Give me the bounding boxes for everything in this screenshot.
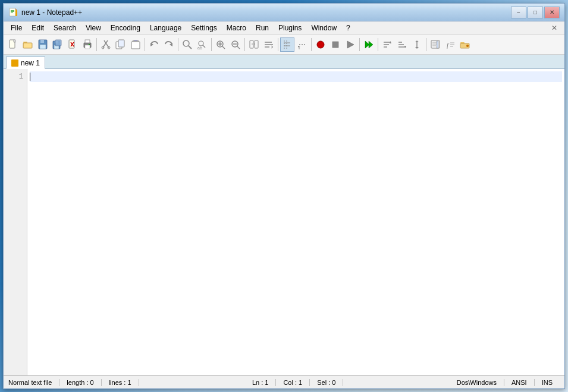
app-icon <box>8 8 18 17</box>
toolbar-new[interactable] <box>6 37 20 52</box>
status-ins: INS <box>542 379 560 386</box>
menu-plugins[interactable]: Plugins <box>274 23 306 33</box>
toolbar-doc-map[interactable] <box>428 37 443 52</box>
toolbar-zoom-in[interactable] <box>214 37 228 52</box>
toolbar-zoom-out[interactable] <box>228 37 243 52</box>
svg-text:ƒ: ƒ <box>446 41 450 49</box>
svg-point-24 <box>89 44 90 45</box>
toolbar-word-wrap[interactable] <box>262 37 276 52</box>
toolbar-redo[interactable] <box>162 37 176 52</box>
tab-new1[interactable]: new 1 <box>6 57 45 69</box>
toolbar-sort-asc[interactable] <box>380 37 394 52</box>
status-lines: lines : 1 <box>109 379 139 386</box>
menu-settings[interactable]: Settings <box>186 23 221 33</box>
menu-language[interactable]: Language <box>145 23 186 33</box>
svg-line-39 <box>203 45 205 48</box>
status-bar: Normal text file length : 0 lines : 1 Ln… <box>4 375 564 388</box>
svg-line-47 <box>237 46 240 49</box>
menu-bar: File Edit Search View Encoding Language … <box>4 21 564 35</box>
menu-edit[interactable]: Edit <box>27 23 49 33</box>
svg-rect-32 <box>131 42 140 49</box>
svg-rect-82 <box>437 41 438 48</box>
menu-run[interactable]: Run <box>251 23 274 33</box>
menu-encoding[interactable]: Encoding <box>106 23 145 33</box>
svg-rect-0 <box>10 8 15 16</box>
svg-rect-30 <box>118 40 124 47</box>
line-numbers: 1 <box>4 69 27 375</box>
window-controls: − □ ✕ <box>511 7 560 18</box>
status-ln: Ln : 1 <box>252 379 277 386</box>
toolbar-save[interactable] <box>36 37 50 52</box>
toolbar-move-sel[interactable] <box>410 37 424 52</box>
toolbar-macro-stop[interactable] <box>328 37 343 52</box>
toolbar-open[interactable] <box>21 37 35 52</box>
toolbar-sep-6 <box>278 38 278 51</box>
svg-marker-64 <box>347 41 354 48</box>
toolbar-macro-play[interactable] <box>343 37 357 52</box>
toolbar-sort-desc[interactable] <box>395 37 409 52</box>
svg-point-36 <box>183 40 189 46</box>
tab-label: new 1 <box>21 59 40 67</box>
menu-macro[interactable]: Macro <box>222 23 251 33</box>
svg-marker-76 <box>415 47 419 49</box>
maximize-button[interactable]: □ <box>528 7 543 18</box>
status-file-type: Normal text file <box>8 379 59 386</box>
editor-line-1 <box>30 71 562 82</box>
toolbar-paste[interactable] <box>128 37 143 52</box>
toolbar-copy[interactable] <box>114 37 128 52</box>
close-button[interactable]: ✕ <box>544 7 560 18</box>
toolbar-replace[interactable]: ab <box>195 37 209 52</box>
status-eol: Dos\Windows <box>457 379 504 386</box>
toolbar-sep-4 <box>211 38 212 51</box>
toolbar-sep-5 <box>244 38 245 51</box>
toolbar-func-list[interactable]: ƒ <box>443 37 457 52</box>
tab-icon <box>11 59 18 67</box>
svg-point-59 <box>302 44 303 45</box>
toolbar-print[interactable] <box>80 37 95 52</box>
toolbar-macro-record[interactable] <box>313 37 328 52</box>
toolbar-find[interactable] <box>180 37 194 52</box>
svg-line-37 <box>189 46 192 49</box>
svg-rect-33 <box>134 40 137 41</box>
svg-point-60 <box>304 44 305 45</box>
svg-rect-17 <box>55 40 61 46</box>
toolbar-sync-scroll[interactable] <box>247 37 261 52</box>
toolbar-sep-9 <box>378 38 378 51</box>
status-sel: Sel : 0 <box>317 379 343 386</box>
toolbar-sep-1 <box>96 38 97 51</box>
toolbar-indent-guide[interactable] <box>280 37 294 52</box>
toolbar-save-all[interactable] <box>51 37 65 52</box>
toolbar-close[interactable] <box>65 37 80 52</box>
svg-rect-63 <box>332 42 338 48</box>
svg-rect-13 <box>40 45 46 49</box>
toolbar-sep-8 <box>359 38 360 51</box>
menu-view[interactable]: View <box>81 23 106 33</box>
svg-rect-23 <box>85 45 90 49</box>
status-encoding: ANSI <box>511 379 535 386</box>
svg-rect-2 <box>11 11 14 12</box>
toolbar-sep-7 <box>311 38 312 51</box>
svg-text:ab: ab <box>197 46 202 50</box>
menu-close-btn[interactable]: ✕ <box>547 23 562 33</box>
menu-help[interactable]: ? <box>341 23 355 33</box>
menu-search[interactable]: Search <box>49 23 81 33</box>
editor-area[interactable] <box>27 69 564 375</box>
svg-text:¶: ¶ <box>298 45 300 49</box>
main-window: new 1 - Notepad++ − □ ✕ File Edit Search… <box>3 3 565 389</box>
toolbar-whitespace[interactable]: ¶ <box>295 37 309 52</box>
svg-rect-22 <box>85 40 90 43</box>
toolbar-run[interactable] <box>362 37 376 52</box>
line-number-1: 1 <box>4 71 27 82</box>
title-bar: new 1 - Notepad++ − □ ✕ <box>4 4 564 21</box>
toolbar-undo[interactable] <box>147 37 161 52</box>
svg-line-44 <box>222 46 225 49</box>
toolbar-cut[interactable] <box>99 37 113 52</box>
text-cursor <box>30 73 30 81</box>
tab-bar: new 1 <box>4 55 564 69</box>
toolbar-folder-workspace[interactable] <box>458 37 472 52</box>
svg-rect-12 <box>40 40 44 43</box>
status-length: length : 0 <box>67 379 101 386</box>
menu-window[interactable]: Window <box>306 23 341 33</box>
minimize-button[interactable]: − <box>511 7 526 18</box>
menu-file[interactable]: File <box>6 23 27 33</box>
